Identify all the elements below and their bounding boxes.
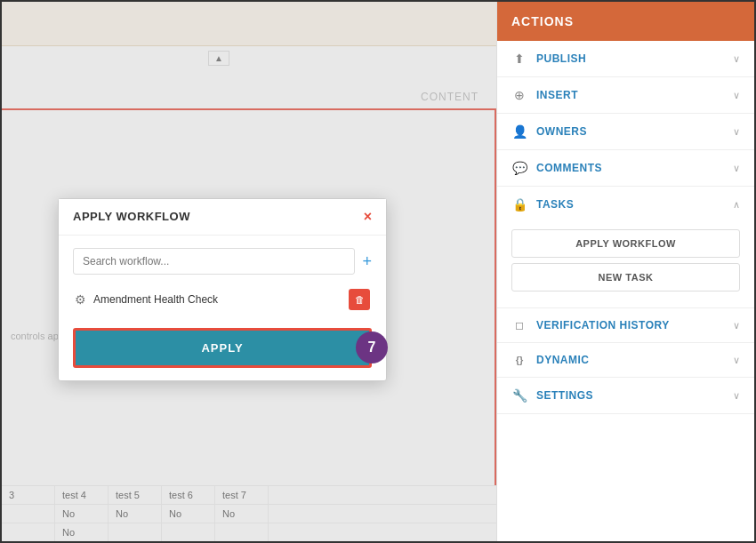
- tasks-icon: 🔒: [511, 197, 527, 212]
- sidebar-item-comments-label: COMMENTS: [536, 162, 602, 174]
- workflow-item-icon: ⚙: [75, 292, 86, 307]
- modal-header: APPLY WORKFLOW ×: [59, 199, 386, 236]
- sidebar-item-dynamic-left: {} DYNAMIC: [511, 354, 590, 366]
- dynamic-icon: {}: [511, 355, 527, 365]
- sidebar-item-publish-left: ⬆ PUBLISH: [511, 52, 586, 66]
- sidebar-item-tasks-label: TASKS: [536, 198, 574, 211]
- content-area: ▲ CONTENT controls apply? 3 test 4 test …: [2, 2, 496, 541]
- owners-icon: 👤: [511, 124, 527, 139]
- apply-workflow-modal: APPLY WORKFLOW × + ⚙ Amendment Health Ch…: [58, 198, 387, 381]
- modal-overlay: APPLY WORKFLOW × + ⚙ Amendment Health Ch…: [2, 2, 496, 541]
- sidebar-item-dynamic[interactable]: {} DYNAMIC ∨: [497, 343, 754, 378]
- comments-chevron-icon: ∨: [733, 163, 740, 174]
- workflow-item-name: Amendment Health Check: [93, 293, 218, 306]
- delete-workflow-button[interactable]: 🗑: [349, 289, 370, 310]
- sidebar-item-verification-label: VERIFICATION HISTORY: [536, 319, 670, 331]
- owners-chevron-icon: ∨: [733, 126, 740, 138]
- sidebar-item-owners-left: 👤 OWNERS: [511, 124, 587, 139]
- publish-chevron-icon: ∨: [733, 53, 740, 65]
- sidebar-item-publish-label: PUBLISH: [536, 52, 586, 65]
- verification-chevron-icon: ∨: [733, 320, 740, 331]
- sidebar-item-publish[interactable]: ⬆ PUBLISH ∨: [497, 41, 754, 77]
- verification-icon: ◻: [511, 319, 527, 331]
- verification-left: ◻ VERIFICATION HISTORY: [511, 319, 670, 331]
- sidebar-item-settings-label: SETTINGS: [536, 389, 593, 402]
- comments-icon: 💬: [511, 161, 527, 175]
- tasks-content: APPLY WORKFLOW NEW TASK: [497, 222, 754, 307]
- new-task-button[interactable]: NEW TASK: [511, 263, 740, 291]
- tasks-chevron-icon: ∧: [733, 199, 740, 211]
- workflow-item: ⚙ Amendment Health Check 🗑: [73, 283, 372, 315]
- badge-count: 7: [356, 331, 388, 363]
- add-workflow-button[interactable]: +: [362, 253, 372, 269]
- sidebar-item-settings[interactable]: 🔧 SETTINGS ∨: [497, 378, 754, 414]
- sidebar-item-comments-left: 💬 COMMENTS: [511, 161, 602, 175]
- modal-close-button[interactable]: ×: [364, 210, 372, 224]
- workflow-item-left: ⚙ Amendment Health Check: [75, 292, 218, 307]
- sidebar-header: ACTIONS: [497, 2, 754, 41]
- sidebar-item-insert[interactable]: ⊕ INSERT ∨: [497, 77, 754, 114]
- sidebar-item-owners[interactable]: 👤 OWNERS ∨: [497, 114, 754, 150]
- modal-title: APPLY WORKFLOW: [73, 210, 190, 223]
- dynamic-chevron-icon: ∨: [733, 355, 740, 366]
- sidebar-item-comments[interactable]: 💬 COMMENTS ∨: [497, 150, 754, 187]
- sidebar-item-dynamic-label: DYNAMIC: [536, 354, 590, 366]
- apply-button-wrapper: APPLY 7: [73, 328, 372, 368]
- insert-icon: ⊕: [511, 88, 527, 102]
- sidebar-item-owners-label: OWNERS: [536, 125, 587, 138]
- search-row: +: [73, 248, 372, 275]
- tasks-section: 🔒 TASKS ∧ APPLY WORKFLOW NEW TASK: [497, 187, 754, 308]
- main-container: ▲ CONTENT controls apply? 3 test 4 test …: [0, 0, 756, 543]
- apply-workflow-button[interactable]: APPLY WORKFLOW: [511, 229, 740, 258]
- insert-chevron-icon: ∨: [733, 90, 740, 101]
- sidebar-item-insert-label: INSERT: [536, 89, 578, 101]
- settings-icon: 🔧: [511, 388, 527, 403]
- settings-chevron-icon: ∨: [733, 390, 740, 402]
- sidebar: ACTIONS ⬆ PUBLISH ∨ ⊕ INSERT ∨ 👤 OWNERS …: [496, 2, 754, 541]
- workflow-search-input[interactable]: [73, 248, 355, 275]
- sidebar-item-settings-left: 🔧 SETTINGS: [511, 388, 593, 403]
- publish-icon: ⬆: [511, 52, 527, 66]
- sidebar-item-tasks[interactable]: 🔒 TASKS ∧: [497, 187, 754, 222]
- apply-button[interactable]: APPLY: [73, 328, 372, 368]
- tasks-header-left: 🔒 TASKS: [511, 197, 574, 212]
- modal-body: + ⚙ Amendment Health Check 🗑 APPLY 7: [59, 236, 386, 380]
- sidebar-item-verification-history[interactable]: ◻ VERIFICATION HISTORY ∨: [497, 308, 754, 343]
- sidebar-item-insert-left: ⊕ INSERT: [511, 88, 578, 102]
